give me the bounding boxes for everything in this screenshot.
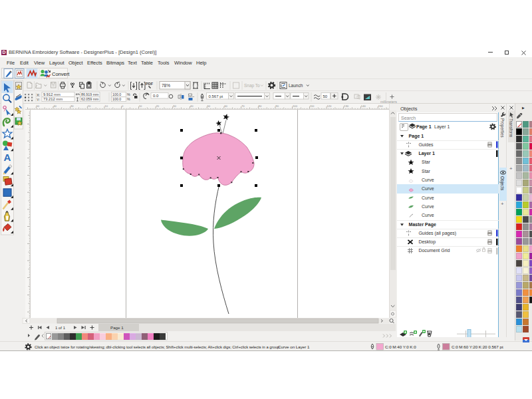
- svg-text:40: 40: [53, 104, 57, 108]
- svg-text:62.059 mm: 62.059 mm: [81, 97, 99, 101]
- svg-text:10: 10: [104, 104, 108, 108]
- svg-text:1 of 1: 1 of 1: [55, 326, 66, 330]
- svg-text:0.567 pt: 0.567 pt: [209, 94, 223, 98]
- svg-text:Convert: Convert: [52, 71, 70, 77]
- svg-text:Click an object twice for rota: Click an object twice for rotating/skewi…: [35, 345, 279, 349]
- svg-text:20: 20: [88, 104, 91, 108]
- svg-text:70: 70: [241, 104, 245, 108]
- svg-text:100.0: 100.0: [112, 92, 121, 96]
- svg-text:60: 60: [224, 104, 227, 108]
- svg-text:130: 130: [344, 104, 349, 108]
- svg-text:50: 50: [323, 94, 328, 98]
- svg-text:150: 150: [378, 104, 384, 108]
- svg-text:120: 120: [327, 104, 332, 108]
- svg-text:100.0: 100.0: [112, 97, 121, 101]
- svg-text:Y:: Y:: [37, 98, 41, 102]
- svg-text:Curve on Layer 1: Curve on Layer 1: [278, 344, 310, 349]
- svg-text:110: 110: [310, 104, 315, 108]
- svg-text:9.912 mm: 9.912 mm: [43, 92, 61, 96]
- svg-text:86.919 mm: 86.919 mm: [81, 92, 99, 96]
- svg-text:40: 40: [190, 104, 194, 108]
- svg-text:%: %: [127, 92, 130, 96]
- svg-text:100: 100: [293, 104, 298, 108]
- svg-text:PDF: PDF: [146, 82, 154, 86]
- svg-text:30: 30: [70, 104, 74, 108]
- svg-text:80: 80: [259, 104, 262, 108]
- svg-text:%: %: [127, 97, 130, 101]
- svg-text:A: A: [4, 152, 11, 163]
- svg-text:73.212 mm: 73.212 mm: [43, 97, 63, 101]
- svg-text:C:0 M:40 Y:0 K:0: C:0 M:40 Y:0 K:0: [385, 344, 416, 349]
- svg-text:50: 50: [207, 104, 211, 108]
- svg-text:X:: X:: [37, 93, 41, 97]
- svg-text:140: 140: [361, 104, 366, 108]
- svg-text:0.0: 0.0: [153, 94, 159, 98]
- svg-text:30: 30: [173, 104, 176, 108]
- svg-text:90: 90: [275, 104, 279, 108]
- svg-text:50: 50: [37, 104, 40, 108]
- svg-text:Snap To: Snap To: [244, 83, 260, 88]
- svg-text:Page 1: Page 1: [110, 325, 124, 330]
- svg-text:10: 10: [139, 104, 142, 108]
- svg-text:20: 20: [156, 104, 159, 108]
- svg-text:78%: 78%: [162, 83, 170, 88]
- svg-text:Launch: Launch: [289, 83, 303, 88]
- svg-text:C:0 M:60 Y:20 K:20 0.567 pt: C:0 M:60 Y:20 K:20 0.567 pt: [452, 344, 503, 349]
- svg-text:0: 0: [122, 104, 124, 108]
